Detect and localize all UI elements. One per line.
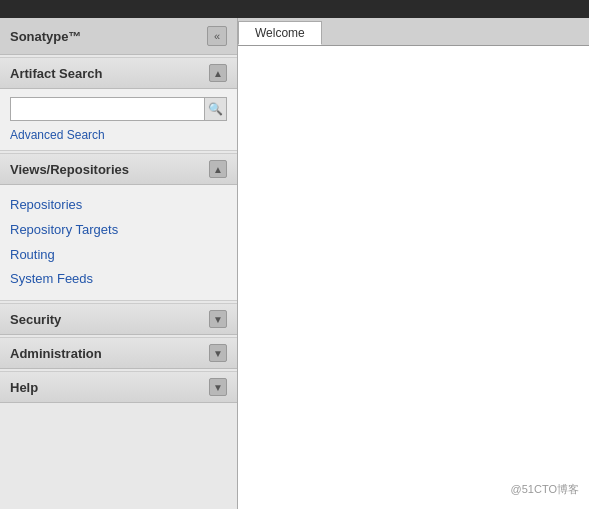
nav-link-repositories[interactable]: Repositories — [10, 193, 227, 218]
help-toggle-icon: ▼ — [209, 378, 227, 396]
help-label: Help — [10, 380, 38, 395]
administration-label: Administration — [10, 346, 102, 361]
views-repositories-content: Repositories Repository Targets Routing … — [0, 185, 237, 301]
nav-link-routing[interactable]: Routing — [10, 243, 227, 268]
views-repositories-toggle-icon: ▲ — [209, 160, 227, 178]
sidebar-collapse-button[interactable]: « — [207, 26, 227, 46]
advanced-search-link[interactable]: Advanced Search — [10, 128, 105, 142]
search-box: 🔍 — [10, 97, 227, 121]
search-button[interactable]: 🔍 — [204, 98, 226, 120]
artifact-search-label: Artifact Search — [10, 66, 102, 81]
artifact-search-content: 🔍 Advanced Search — [0, 89, 237, 151]
security-label: Security — [10, 312, 61, 327]
section-administration[interactable]: Administration ▼ — [0, 337, 237, 369]
nav-link-repository-targets[interactable]: Repository Targets — [10, 218, 227, 243]
section-artifact-search[interactable]: Artifact Search ▲ — [0, 57, 237, 89]
search-input[interactable] — [11, 98, 204, 120]
main-layout: Sonatype™ « Artifact Search ▲ 🔍 Advanced… — [0, 18, 589, 509]
content-main — [238, 46, 589, 509]
nav-link-system-feeds[interactable]: System Feeds — [10, 267, 227, 292]
sidebar-header: Sonatype™ « — [0, 18, 237, 55]
sidebar-title: Sonatype™ — [10, 29, 82, 44]
tab-welcome[interactable]: Welcome — [238, 21, 322, 45]
section-views-repositories[interactable]: Views/Repositories ▲ — [0, 153, 237, 185]
administration-toggle-icon: ▼ — [209, 344, 227, 362]
top-bar — [0, 0, 589, 18]
section-security[interactable]: Security ▼ — [0, 303, 237, 335]
sidebar: Sonatype™ « Artifact Search ▲ 🔍 Advanced… — [0, 18, 238, 509]
artifact-search-toggle-icon: ▲ — [209, 64, 227, 82]
section-help[interactable]: Help ▼ — [0, 371, 237, 403]
content-area: Welcome — [238, 18, 589, 509]
views-repositories-label: Views/Repositories — [10, 162, 129, 177]
tab-bar: Welcome — [238, 18, 589, 46]
security-toggle-icon: ▼ — [209, 310, 227, 328]
watermark: @51CTO博客 — [511, 482, 579, 497]
